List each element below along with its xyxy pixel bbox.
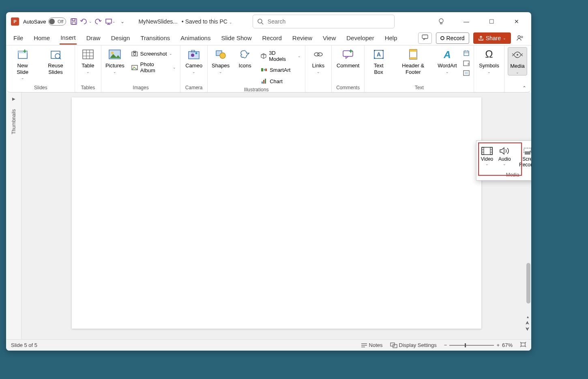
- powerpoint-icon: P: [11, 17, 19, 26]
- undo-icon[interactable]: ⌄: [82, 18, 90, 25]
- minimize-button[interactable]: —: [460, 15, 473, 28]
- video-button[interactable]: Video⌄: [479, 143, 495, 170]
- media-button[interactable]: Media⌄: [508, 47, 527, 75]
- svg-rect-40: [265, 79, 266, 84]
- slide-counter[interactable]: Slide 5 of 5: [11, 342, 37, 348]
- tab-insert[interactable]: Insert: [60, 32, 77, 45]
- fit-to-window-icon[interactable]: [520, 342, 526, 349]
- smartart-button[interactable]: SmartArt: [260, 65, 302, 75]
- group-slides: New Slide⌄ Reuse Slides Slides: [7, 45, 75, 92]
- table-button[interactable]: Table⌄: [78, 47, 98, 75]
- saved-status[interactable]: • Saved to this PC ⌄: [182, 18, 232, 25]
- tab-design[interactable]: Design: [110, 32, 131, 44]
- zoom-in-button[interactable]: +: [496, 342, 500, 348]
- new-slide-button[interactable]: New Slide⌄: [10, 47, 35, 81]
- tab-file[interactable]: File: [13, 32, 24, 44]
- zoom-level[interactable]: 67%: [502, 342, 513, 348]
- present-icon[interactable]: ⌄: [107, 18, 114, 25]
- tab-review[interactable]: Review: [292, 32, 313, 44]
- user-icon[interactable]: [515, 32, 525, 45]
- comment-button[interactable]: Comment: [335, 47, 361, 70]
- expand-thumbnails-icon[interactable]: ▶: [12, 97, 15, 101]
- customize-qat-icon[interactable]: ⌄: [119, 18, 126, 25]
- save-icon[interactable]: [70, 18, 77, 25]
- svg-rect-33: [191, 50, 195, 52]
- header-footer-button[interactable]: Header & Footer: [394, 47, 432, 76]
- chart-button[interactable]: Chart: [260, 76, 302, 86]
- tab-record[interactable]: Record: [261, 32, 282, 44]
- slide-canvas[interactable]: [72, 97, 481, 329]
- svg-rect-9: [440, 23, 442, 24]
- text-box-button[interactable]: A Text Box: [368, 47, 389, 76]
- svg-rect-2: [72, 22, 75, 24]
- slide-nav-arrows: ▴ ⮝ ⮟: [526, 314, 530, 331]
- group-illustrations-label: Illustrations: [244, 86, 269, 93]
- links-button[interactable]: Links⌄: [309, 47, 328, 75]
- vertical-scrollbar[interactable]: [526, 263, 530, 304]
- nav-prev-icon[interactable]: ⮝: [526, 321, 530, 325]
- wordart-button[interactable]: A WordArt⌄: [437, 47, 457, 75]
- group-tables-label: Tables: [81, 84, 95, 90]
- nav-next-icon[interactable]: ⮟: [526, 327, 530, 331]
- lightbulb-icon[interactable]: [435, 15, 448, 28]
- svg-text:#: #: [468, 62, 469, 65]
- slide-number-button[interactable]: #: [462, 59, 470, 67]
- maximize-button[interactable]: ☐: [485, 15, 498, 28]
- svg-rect-71: [525, 151, 530, 155]
- symbols-button[interactable]: Ω Symbols⌄: [477, 47, 501, 75]
- comments-toggle[interactable]: [418, 32, 432, 44]
- cameo-button[interactable]: Cameo⌄: [184, 47, 204, 75]
- pictures-button[interactable]: Pictures⌄: [105, 47, 125, 75]
- tab-draw[interactable]: Draw: [86, 32, 101, 44]
- tab-slideshow[interactable]: Slide Show: [220, 32, 252, 44]
- tab-help[interactable]: Help: [384, 32, 398, 44]
- 3d-models-button[interactable]: 3D Models ⌄: [260, 49, 302, 63]
- group-links: Links⌄ Links: [305, 45, 332, 92]
- svg-rect-18: [83, 50, 93, 59]
- toggle-state: Off: [58, 19, 63, 24]
- tab-developer[interactable]: Developer: [346, 32, 375, 44]
- tab-transitions[interactable]: Transitions: [139, 32, 171, 44]
- share-button[interactable]: Share ⌄: [473, 32, 511, 44]
- shapes-button[interactable]: Shapes⌄: [211, 47, 230, 75]
- svg-point-31: [191, 54, 194, 57]
- autosave-toggle[interactable]: Off: [48, 17, 66, 26]
- tab-home[interactable]: Home: [33, 32, 51, 44]
- notes-button[interactable]: Notes: [361, 342, 383, 348]
- group-camera: Cameo⌄ Camera: [180, 45, 208, 92]
- app-window: P AutoSave Off ⌄ ⌄ ⌄ MyNewSlides... • S: [6, 12, 531, 351]
- nav-up-icon[interactable]: ▴: [527, 314, 529, 319]
- record-dot-icon: [440, 36, 444, 40]
- zoom-out-button[interactable]: −: [444, 342, 447, 348]
- display-settings-button[interactable]: Display Settings: [390, 342, 437, 348]
- close-button[interactable]: ✕: [510, 15, 523, 28]
- toggle-knob-icon: [49, 19, 55, 24]
- search-input[interactable]: [268, 18, 390, 25]
- zoom-slider[interactable]: [449, 345, 494, 346]
- photo-album-button[interactable]: Photo Album ⌄: [130, 60, 177, 75]
- redo-icon[interactable]: [94, 18, 102, 25]
- search-box[interactable]: [253, 15, 395, 28]
- svg-rect-38: [262, 82, 263, 84]
- svg-rect-39: [263, 80, 264, 84]
- date-time-button[interactable]: [462, 49, 470, 58]
- svg-rect-78: [521, 343, 525, 346]
- object-button[interactable]: [462, 69, 470, 77]
- reuse-slides-button[interactable]: Reuse Slides: [40, 47, 71, 76]
- icons-button[interactable]: Icons: [235, 47, 255, 70]
- audio-button[interactable]: Audio⌄: [497, 143, 513, 170]
- record-label: Record: [446, 35, 465, 41]
- tab-animations[interactable]: Animations: [180, 32, 211, 44]
- group-comments-label: Comments: [336, 84, 360, 90]
- svg-line-7: [262, 23, 263, 24]
- group-images-label: Images: [133, 84, 148, 90]
- group-slides-label: Slides: [34, 84, 47, 90]
- media-group-label: Media: [479, 170, 531, 178]
- ribbon: New Slide⌄ Reuse Slides Slides Table⌄ Ta…: [7, 45, 530, 93]
- screenshot-button[interactable]: Screenshot⌄: [130, 49, 177, 58]
- collapse-ribbon-icon[interactable]: ⌃: [522, 85, 526, 91]
- screen-recording-button[interactable]: Screen Recording: [514, 143, 531, 170]
- svg-rect-37: [265, 69, 267, 71]
- record-button[interactable]: Record: [436, 32, 469, 44]
- tab-view[interactable]: View: [322, 32, 337, 44]
